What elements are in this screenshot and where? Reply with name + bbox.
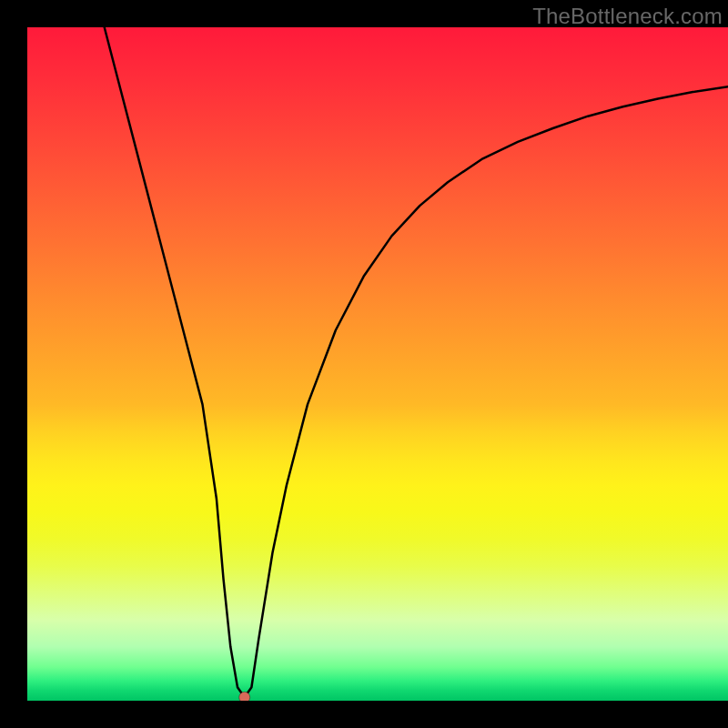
curve-svg — [27, 27, 728, 701]
chart-frame: TheBottleneck.com — [27, 0, 728, 701]
minimum-marker — [239, 692, 250, 701]
plot-area — [27, 27, 728, 701]
bottleneck-curve — [105, 27, 728, 697]
watermark-label: TheBottleneck.com — [532, 4, 723, 29]
